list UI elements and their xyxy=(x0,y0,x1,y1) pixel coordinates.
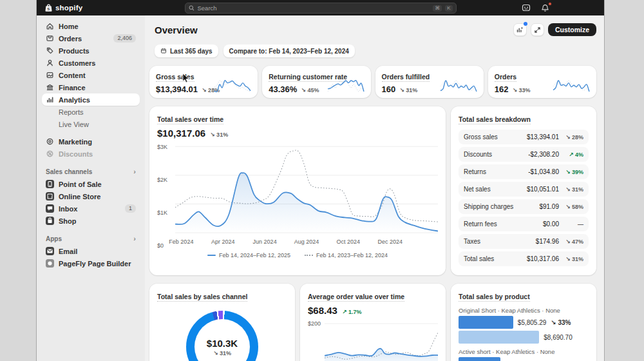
breakdown-change: ↘ 31% xyxy=(559,256,583,262)
metric-change: ↘ 33% xyxy=(512,87,530,93)
card-title[interactable]: Total sales over time xyxy=(157,115,223,124)
breakdown-row-net-sales[interactable]: Net sales$10,051.01↘ 31% xyxy=(459,182,589,197)
sidebar-item-label: Online Store xyxy=(59,193,136,200)
section-header-label: Apps xyxy=(46,235,62,242)
sidekick-icon xyxy=(522,3,531,12)
line-chart xyxy=(175,144,438,234)
card-title[interactable]: Total sales breakdown xyxy=(459,115,531,124)
metric-value: 43.36% xyxy=(269,84,297,94)
sidebar-section-sales-channels[interactable]: Sales channels› xyxy=(46,168,136,175)
bar-value: $8,690.70 xyxy=(544,334,573,341)
sidebar-section-apps[interactable]: Apps› xyxy=(46,235,136,242)
cmd-key: ⌘ xyxy=(433,5,442,12)
breakdown-value: $10,051.01 xyxy=(527,186,559,193)
breakdown-label: Total sales xyxy=(464,255,527,262)
sidebar-item-label: Reports xyxy=(59,108,136,116)
sidebar-item-products[interactable]: Products xyxy=(42,44,140,57)
breakdown-row-shipping-charges[interactable]: Shipping charges$91.09↘ 58% xyxy=(459,199,589,214)
metric-title[interactable]: Orders fulfilled xyxy=(382,73,430,82)
metric-change: ↘ 45% xyxy=(301,87,319,93)
topbar: S shopify Search ⌘ K xyxy=(37,0,604,15)
sidebar-item-marketing[interactable]: Marketing xyxy=(42,135,140,148)
chart-legend: Feb 14, 2024–Feb 12, 2025Feb 14, 2023–Fe… xyxy=(157,252,438,259)
sidebar-item-label: Products xyxy=(59,47,136,55)
shopify-bag-icon: S xyxy=(44,4,53,12)
card-title[interactable]: Total sales by product xyxy=(459,293,530,302)
analytics-icon xyxy=(46,95,54,104)
sparkline-chart xyxy=(553,78,590,93)
breakdown-row-total-sales[interactable]: Total sales$10,317.06↘ 31% xyxy=(459,251,589,266)
sidebar-item-home[interactable]: Home xyxy=(42,20,140,32)
insights-button[interactable] xyxy=(513,23,527,36)
sidebar-item-live-view[interactable]: Live View xyxy=(42,118,140,130)
breakdown-label: Shipping charges xyxy=(464,203,539,210)
breakdown-change: ↗ 4% xyxy=(559,151,583,158)
sidebar-item-label: Email xyxy=(59,248,136,255)
discounts-icon xyxy=(46,150,54,158)
customers-icon xyxy=(46,59,54,67)
sidebar-item-inbox[interactable]: Inbox1 xyxy=(42,202,140,215)
x-axis-label: Feb 2024 xyxy=(169,239,193,245)
sidebar-item-finance[interactable]: Finance xyxy=(42,81,140,93)
sidebar-item-label: Home xyxy=(59,23,136,30)
inbox-icon xyxy=(46,204,54,213)
date-range-button[interactable]: Last 365 days xyxy=(155,44,218,57)
finance-icon xyxy=(46,83,54,92)
sidebar-item-orders[interactable]: Orders2,406 xyxy=(42,32,140,44)
breakdown-row-gross-sales[interactable]: Gross sales$13,394.01↘ 28% xyxy=(459,130,589,144)
breakdown-value: $91.09 xyxy=(539,203,559,210)
compare-button[interactable]: Compare to: Feb 14, 2023–Feb 12, 2024 xyxy=(223,44,355,57)
shopify-logo[interactable]: S shopify xyxy=(44,4,82,12)
store-icon xyxy=(46,192,54,200)
breakdown-row-returns[interactable]: Returns-$1,034.80↘ 39% xyxy=(459,164,589,179)
sidebar-item-customers[interactable]: Customers xyxy=(42,57,140,69)
products-icon xyxy=(46,46,54,55)
metric-value: 162 xyxy=(495,84,509,94)
breakdown-row-discounts[interactable]: Discounts-$2,308.20↗ 4% xyxy=(459,147,589,162)
metric-card-returning-customer-rate[interactable]: Returning customer rate43.36%↘ 45% xyxy=(262,66,370,98)
sidebar-item-label: Finance xyxy=(59,84,136,92)
current-period-bar[interactable] xyxy=(459,357,500,361)
card-title[interactable]: Total sales by sales channel xyxy=(157,293,247,302)
x-axis-label: Dec 2024 xyxy=(377,239,402,245)
marketing-icon xyxy=(46,137,54,146)
metric-card-orders[interactable]: Orders162↘ 33% xyxy=(488,66,596,98)
y-axis-label: $3K xyxy=(157,144,167,150)
metric-card-orders-fulfilled[interactable]: Orders fulfilled160↘ 31% xyxy=(375,66,484,98)
breakdown-row-return-fees[interactable]: Return fees$0.00— xyxy=(459,217,589,231)
sidebar-item-pagefly-page-builder[interactable]: PageFly Page Builder xyxy=(42,257,140,269)
total-sales-over-time-card[interactable]: Total sales over time $10,317.06 ↘ 31% F… xyxy=(149,106,446,275)
x-axis-label: Apr 2024 xyxy=(211,239,235,245)
legend-label: Feb 14, 2024–Feb 12, 2025 xyxy=(219,252,290,259)
sidebar-item-shop[interactable]: Shop xyxy=(42,215,140,227)
current-period-bar[interactable] xyxy=(459,316,513,329)
total-sales-change: ↘ 31% xyxy=(210,132,228,138)
card-title[interactable]: Average order value over time xyxy=(308,293,404,302)
customize-button[interactable]: Customize xyxy=(548,23,596,36)
sidebar-item-point-of-sale[interactable]: Point of Sale xyxy=(42,178,140,190)
search-input[interactable]: Search ⌘ K xyxy=(185,3,457,14)
previous-period-bar[interactable] xyxy=(459,331,539,344)
sidebar-item-label: Live View xyxy=(59,121,136,128)
main-content: Overview Customize Last 365 days xyxy=(145,15,604,361)
metric-card-gross-sales[interactable]: Gross sales$13,394.01↘ 28% xyxy=(149,66,258,98)
sidebar-item-online-store[interactable]: Online Store xyxy=(42,190,140,202)
fullscreen-button[interactable] xyxy=(531,23,544,36)
breakdown-row-taxes[interactable]: Taxes$174.96↘ 47% xyxy=(459,234,589,249)
y-axis-label: $1K xyxy=(157,210,167,216)
sidebar-item-email[interactable]: Email xyxy=(42,245,140,257)
sidebar-item-analytics[interactable]: Analytics xyxy=(42,93,140,106)
sidekick-button[interactable] xyxy=(521,3,531,13)
y-axis-label: $0 xyxy=(157,242,164,249)
metric-title[interactable]: Orders xyxy=(495,73,516,82)
sidebar-item-reports[interactable]: Reports xyxy=(42,106,140,118)
sidebar-item-badge: 1 xyxy=(125,204,136,213)
breakdown-value: $13,394.01 xyxy=(527,133,559,141)
sidebar-item-content[interactable]: Content xyxy=(42,69,140,81)
breakdown-change: — xyxy=(559,221,583,228)
legend-item: Feb 14, 2024–Feb 12, 2025 xyxy=(207,252,290,259)
sidebar-item-discounts[interactable]: Discounts xyxy=(42,148,140,160)
breakdown-label: Net sales xyxy=(464,186,527,193)
notifications-button[interactable] xyxy=(540,3,550,13)
metric-title[interactable]: Gross sales xyxy=(156,73,194,82)
